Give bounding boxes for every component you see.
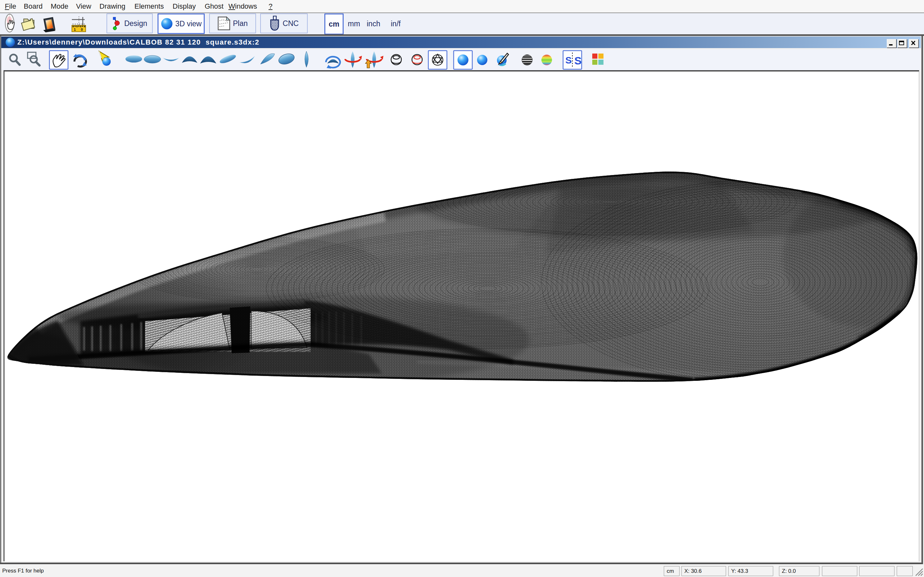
svg-text:S: S	[574, 55, 582, 67]
svg-text:S: S	[565, 55, 572, 65]
svg-text:1: 1	[74, 27, 76, 31]
svg-text:0: 0	[81, 27, 83, 31]
